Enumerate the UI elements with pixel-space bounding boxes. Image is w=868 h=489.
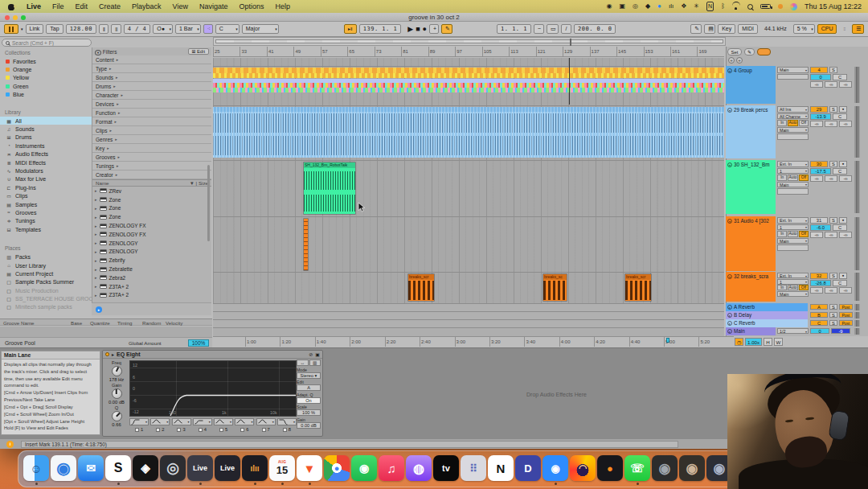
save-preset-icon[interactable]: ▣ (315, 351, 320, 357)
back-to-arrangement-button[interactable] (757, 48, 771, 55)
follow-clock-icon[interactable]: ◷ (735, 338, 743, 346)
track-name[interactable]: ▸A Reverb (726, 303, 808, 311)
recording-dot-icon[interactable] (778, 4, 783, 9)
return-lane-a[interactable] (213, 303, 724, 311)
zoom-status-icon[interactable]: ● (657, 2, 661, 10)
send-b-knob[interactable]: -∞ (825, 121, 837, 127)
filter-row[interactable]: Tunings (92, 162, 211, 171)
return-track-b[interactable]: ▸B Delay B S Post (726, 311, 862, 319)
checkbox-icon[interactable] (219, 428, 223, 432)
edit-ab-button[interactable]: A (297, 384, 321, 391)
browser-search[interactable] (2, 39, 92, 47)
output-chooser[interactable]: Main (777, 182, 809, 188)
punch-in-icon[interactable]: ~ (534, 24, 544, 34)
preview-toggle-icon[interactable]: ▸ (96, 306, 102, 313)
filter-type-chooser[interactable]: ▾ (214, 418, 233, 425)
notion-status-icon[interactable]: N (706, 2, 714, 11)
send-c-knob[interactable]: -∞ (839, 232, 852, 238)
insert-marker-flag[interactable] (666, 338, 669, 343)
arm-button[interactable]: ● (839, 106, 847, 113)
freq-knob[interactable] (112, 366, 122, 376)
list-item-plugin[interactable]: Zebrify (92, 256, 211, 265)
track-activator[interactable]: 32 (810, 273, 828, 279)
facetime-icon[interactable]: ◉ (351, 455, 377, 481)
send-c-knob[interactable]: -∞ (839, 121, 852, 127)
volume-field[interactable]: -13.9 (810, 113, 831, 120)
track-header-sh132[interactable]: ▾30 SH_132_Bm Ext. In 1 In Auto Off Main… (726, 160, 862, 214)
track-header-group[interactable]: ▾4 Group Main 4 S 0 C -∞ -∞ -∞ (726, 66, 862, 104)
input-type-chooser[interactable]: All Ins (777, 106, 809, 113)
filter-type-chooser[interactable]: ▾ (235, 418, 254, 425)
nudge-up-button[interactable]: ||| (111, 24, 121, 34)
splice-icon[interactable]: S (105, 455, 131, 481)
checkbox-icon[interactable] (156, 428, 160, 432)
sidebar-item-library[interactable]: ⊟Templates (0, 225, 92, 233)
filter-row[interactable]: Format (92, 117, 211, 126)
wifi-status-icon[interactable] (732, 4, 740, 10)
mode-chooser[interactable]: Stereo ▾ (297, 372, 321, 379)
input-channel-chooser[interactable]: 1 (777, 224, 809, 231)
device-activator-led[interactable] (105, 352, 109, 356)
search-status-icon[interactable] (747, 4, 753, 10)
track-header-audio4[interactable]: ▾31 Audio 4 [302 Ext. In 1 In Auto Off M… (726, 216, 862, 271)
cue-out-chooser[interactable]: 1/2 (777, 328, 809, 334)
shield-status-icon[interactable]: ❖ (681, 2, 686, 10)
sidebar-item-library[interactable]: ≈Grooves (0, 208, 92, 216)
draw-automation-icon[interactable]: ✎ (744, 48, 755, 55)
send-a-knob[interactable]: -∞ (810, 287, 823, 294)
cue-volume-field[interactable]: -9 (831, 328, 850, 334)
send-c-knob[interactable]: -∞ (839, 81, 852, 88)
routing-slot[interactable] (777, 188, 809, 195)
arrangement-overview[interactable] (213, 37, 726, 46)
random-column[interactable]: Random (142, 320, 161, 326)
follow-button[interactable]: ▸‖ (344, 24, 357, 34)
return-track-a[interactable]: ▸A Reverb A S Post (726, 303, 862, 311)
sidebar-item-collection[interactable]: Yellow (0, 74, 92, 82)
send-b-knob[interactable]: -∞ (825, 175, 837, 182)
input-type-chooser[interactable]: Ext. In (777, 161, 809, 167)
sidebar-item-collection[interactable]: Favorites (0, 57, 92, 65)
ableton-live-beta-icon[interactable]: Live (215, 455, 240, 481)
sidebar-item-library[interactable]: ▤Samples (0, 200, 92, 208)
main-track-header[interactable]: ▸Main 1/2 0 -9 (726, 327, 862, 335)
audio-clip-breaks[interactable]: breaks_sc (542, 273, 567, 302)
audio-clip-sliver[interactable] (303, 218, 309, 271)
sidebar-item-library[interactable]: ≑Tunings (0, 217, 92, 225)
checkbox-icon[interactable] (283, 428, 287, 432)
pan-field[interactable]: C (833, 74, 847, 80)
audio-capture-icon[interactable]: ılıı (242, 455, 268, 481)
track-name[interactable]: ▾32 breaks_scra (726, 272, 776, 302)
zoom-icon[interactable]: ◉ (542, 455, 568, 481)
sidebar-item-place[interactable]: ⌂User Library (0, 261, 92, 269)
search-input[interactable] (12, 40, 84, 46)
monitor-in-button[interactable]: In (777, 120, 787, 126)
track-name[interactable]: ▾4 Group (726, 66, 776, 104)
brave-icon[interactable]: ▼ (297, 455, 322, 481)
arrangement-position-field[interactable]: 139. 1. 1 (359, 24, 401, 34)
mail-icon[interactable]: ✉ (78, 455, 104, 481)
solo-button[interactable]: S (829, 67, 837, 73)
apple-menu-icon[interactable] (8, 2, 15, 10)
push-status-icon[interactable] (4, 24, 18, 34)
size-column-header[interactable]: ▼ | Size (190, 180, 208, 186)
menu-item[interactable]: View (173, 2, 188, 10)
track-activator[interactable]: B (810, 312, 828, 318)
output-chooser[interactable]: Main (777, 238, 809, 244)
filter-type-chooser[interactable]: ▾ (172, 418, 191, 425)
monitor-in-button[interactable]: In (777, 231, 787, 237)
preferences-menu-icon[interactable]: ☰ (852, 24, 864, 34)
send-a-knob[interactable]: -∞ (810, 232, 823, 238)
apple-tv-icon[interactable]: tv (433, 455, 459, 481)
sidebar-item-library[interactable]: ≍Audio Effects (0, 150, 92, 158)
filter-type-chooser[interactable]: ▾ (129, 418, 149, 425)
play-icon[interactable]: ▸ (727, 313, 732, 318)
overdub-button[interactable]: + (429, 24, 439, 34)
pre-post-toggle[interactable]: Post (839, 320, 853, 326)
monitor-off-button[interactable]: Off (799, 175, 809, 181)
stop-button[interactable]: ■ (416, 24, 420, 34)
output-chooser[interactable]: Main (777, 127, 809, 134)
apple-music-icon[interactable]: ♫ (379, 455, 404, 481)
menu-bar-clock[interactable]: Thu 15 Aug 12:22 (805, 2, 862, 10)
solo-button[interactable]: S (829, 106, 837, 113)
main-lane[interactable] (213, 327, 724, 336)
